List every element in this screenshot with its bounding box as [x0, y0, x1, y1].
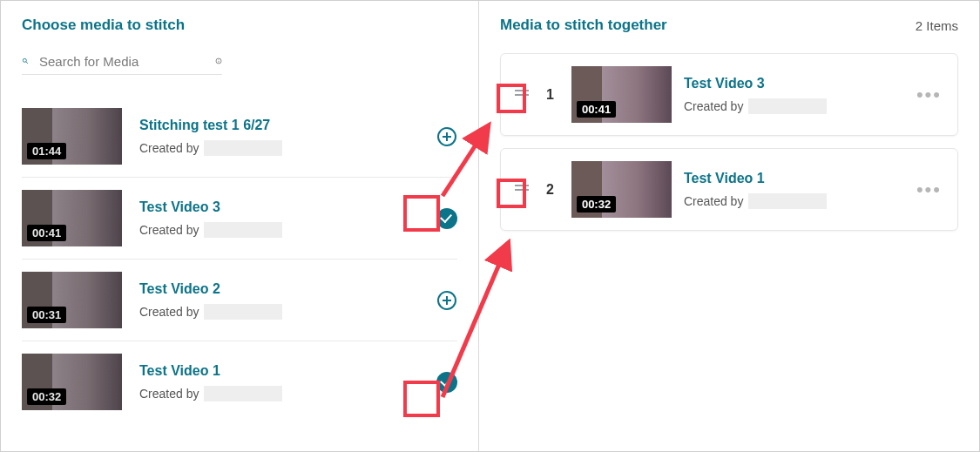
svg-line-5	[443, 126, 488, 196]
annotation-arrow	[0, 0, 980, 452]
svg-line-6	[443, 244, 508, 397]
